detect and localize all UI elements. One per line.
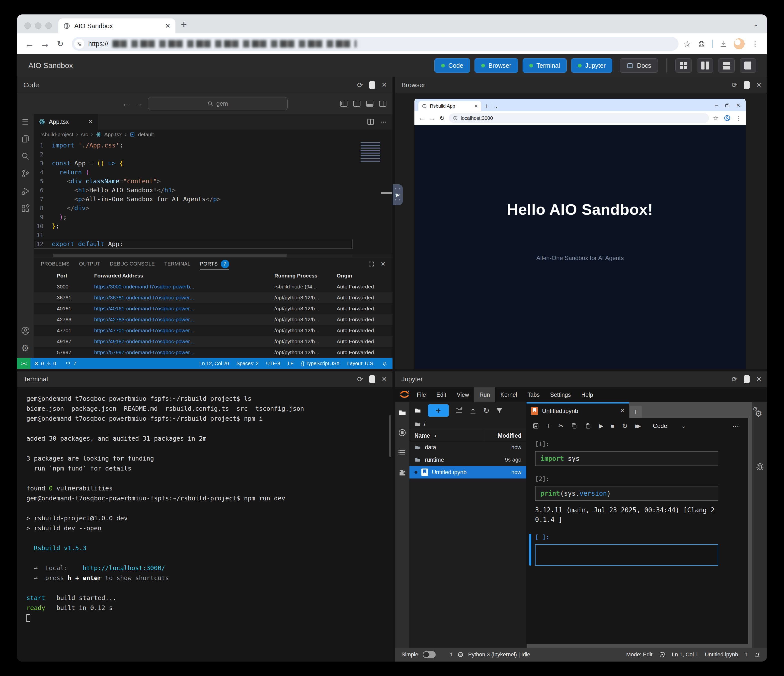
indentation[interactable]: Spaces: 2 [236,361,259,367]
menu-view[interactable]: View [451,387,474,402]
new-tab-button[interactable]: + [176,19,193,33]
language-mode[interactable]: {} TypeScript JSX [301,361,340,367]
reload-button[interactable]: ↻ [54,39,67,48]
cell-input[interactable]: import sys [535,451,718,466]
notification-count[interactable]: 1 [745,651,748,658]
file-row-untitled-ipynb[interactable]: Untitled.ipynbnow [409,466,526,479]
panel-divider-handle[interactable]: ▶ [393,184,403,205]
close-icon[interactable]: ✕ [756,375,762,383]
mode-indicator[interactable]: Mode: Edit [626,651,652,658]
remote-indicator[interactable]: >< [17,358,30,369]
site-settings-icon[interactable] [74,39,84,49]
port-row[interactable]: 40161https://40161-ondemand-t7osqboc-pow… [34,303,392,314]
maximize-icon[interactable] [744,81,750,89]
port-row[interactable]: 57997https://57997-ondemand-t7osqboc-pow… [34,347,392,358]
eol[interactable]: LF [288,361,293,367]
menu-file[interactable]: File [411,387,431,402]
forwarded-address-link[interactable]: https://3000-ondemand-t7osqboc-powerb... [94,284,274,290]
kernel-count[interactable]: 1 [450,651,453,658]
file-browser-icon[interactable] [398,408,407,417]
close-panel-icon[interactable]: ✕ [381,261,386,267]
bell-icon[interactable] [382,361,387,366]
forwarded-address-link[interactable]: https://42783-ondemand-t7osqboc-power... [94,317,274,323]
port-row[interactable]: 3000https://3000-ondemand-t7osqboc-power… [34,281,392,292]
notebook-cells[interactable]: [1]:import sys[2]:print(sys.version)3.12… [527,434,748,643]
refresh-icon[interactable]: ⟳ [732,375,737,383]
new-folder-icon[interactable] [455,407,463,414]
search-sidebar-icon[interactable] [20,151,30,161]
cell-input[interactable]: print(sys.version) [535,486,718,501]
explorer-icon[interactable] [20,134,30,144]
horizontal-scrollbar[interactable] [53,254,353,257]
keyboard-layout[interactable]: Layout: U.S. [347,361,375,367]
port-row[interactable]: 36781https://36781-ondemand-t7osqboc-pow… [34,292,392,303]
paste-cell-icon[interactable] [585,423,591,429]
refresh-icon[interactable]: ⟳ [357,375,363,383]
browser-tab[interactable]: AIO Sandbox ✕ [58,19,176,33]
profile-avatar[interactable] [734,38,745,49]
editor-tab-app-tsx[interactable]: App.tsx ✕ [34,114,98,129]
back-icon[interactable]: ← [418,114,425,122]
forwarded-ports-count[interactable]: 7 [73,361,76,367]
forwarded-address-link[interactable]: https://47701-ondemand-t7osqboc-power... [94,328,274,334]
warnings-icon[interactable]: ⚠ [47,361,51,367]
minimize-window-button[interactable] [35,22,41,29]
bookmark-icon[interactable]: ☆ [713,114,719,122]
refresh-files-icon[interactable]: ↻ [483,406,490,415]
trust-shield-icon[interactable] [659,651,665,658]
layout-rows-button[interactable] [718,58,735,73]
settings-gear-icon[interactable]: ⚙ [21,343,29,353]
close-icon[interactable]: ✕ [381,375,387,383]
embedded-tab[interactable]: Rsbuild App ✕ [418,101,481,111]
maximize-icon[interactable] [744,375,750,383]
layout-columns-button[interactable] [697,58,713,73]
property-inspector-icon[interactable]: ⚙⚙ [755,409,765,420]
refresh-icon[interactable]: ⟳ [732,81,737,89]
cursor-position[interactable]: Ln 12, Col 20 [199,361,229,367]
kernel-status[interactable]: Python 3 (ipykernel) | Idle [468,651,530,658]
kernel-chip-icon[interactable] [457,651,464,658]
forwarded-address-link[interactable]: https://49187-ondemand-t7osqboc-power... [94,339,274,345]
zoom-window-button[interactable] [45,22,52,29]
address-bar[interactable]: https:// [72,37,678,51]
header-button-terminal[interactable]: Terminal [523,58,567,73]
toggle-sidebar-icon[interactable] [353,100,361,107]
bottom-tab-ports[interactable]: PORTS7 [200,258,229,270]
layout-grid-button[interactable] [675,58,692,73]
menu-hamburger-icon[interactable]: ☰ [22,118,29,126]
cell-type-dropdown[interactable]: Code ⌄ [653,423,686,429]
terminal-scrollbar[interactable] [389,415,391,457]
running-sessions-icon[interactable] [398,428,407,437]
embedded-address-bar[interactable]: localhost:3000 [449,113,709,123]
port-row[interactable]: 42783https://42783-ondemand-t7osqboc-pow… [34,314,392,325]
bottom-tab-debug-console[interactable]: DEBUG CONSOLE [110,258,155,270]
run-all-icon[interactable]: ▶▶ [635,423,641,429]
maximize-panel-icon[interactable] [368,261,375,267]
more-actions-icon[interactable]: ⋯ [732,422,742,430]
refresh-icon[interactable]: ⟳ [357,81,363,89]
menu-kebab-icon[interactable]: ⋮ [751,39,759,48]
insert-cell-icon[interactable]: + [546,422,551,430]
forward-button[interactable]: → [38,39,51,49]
bottom-tab-terminal[interactable]: TERMINAL [164,258,190,270]
file-row-data[interactable]: datanow [409,441,526,454]
notebook-cell-1[interactable]: [1]:import sys [535,441,740,466]
file-breadcrumb[interactable]: / [409,419,526,430]
table-of-contents-icon[interactable] [398,448,407,457]
breadcrumb-project[interactable]: rsbuild-project [40,132,73,137]
errors-count[interactable]: 0 [41,361,44,367]
maximize-icon[interactable] [369,81,375,89]
more-actions-icon[interactable]: ⋯ [380,118,387,126]
bookmark-icon[interactable]: ☆ [684,39,691,49]
cut-cell-icon[interactable]: ✂ [558,423,563,429]
editor-back-icon[interactable]: ← [122,99,129,108]
file-row-runtime[interactable]: runtime9s ago [409,454,526,466]
extensions-sidebar-icon[interactable] [20,204,30,213]
profile-icon[interactable] [724,115,731,121]
stop-kernel-icon[interactable]: ■ [611,423,614,429]
forward-icon[interactable]: → [429,114,436,122]
command-search-box[interactable]: gem [148,97,288,110]
tab-close-icon[interactable]: ✕ [474,103,478,109]
notebook-cell-2[interactable]: [2]:print(sys.version)3.12.11 (main, Jul… [535,476,740,524]
forwarded-address-link[interactable]: https://40161-ondemand-t7osqboc-power... [94,306,274,312]
